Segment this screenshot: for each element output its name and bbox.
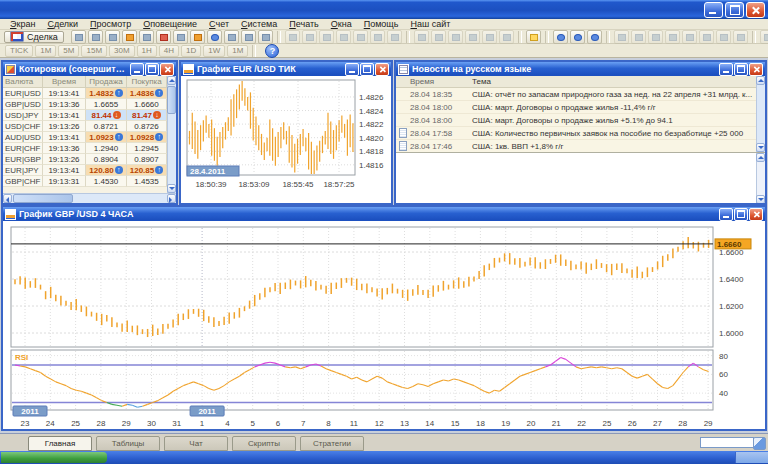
zoom-out-icon[interactable] — [587, 30, 602, 44]
angle-line-icon[interactable] — [699, 30, 714, 44]
scroll-thumb[interactable] — [167, 86, 176, 114]
profile-save-icon[interactable] — [353, 30, 368, 44]
news-minimize-button[interactable] — [719, 63, 733, 76]
profile-load-icon[interactable] — [370, 30, 385, 44]
menu-system[interactable]: Система — [235, 19, 283, 30]
quote-row-eurgbp[interactable]: EUR|GBP19:13:260.89040.8907 — [3, 154, 167, 165]
quote-row-eurchf[interactable]: EUR|CHF19:13:361.29401.2945 — [3, 143, 167, 154]
text-label-icon[interactable] — [733, 30, 748, 44]
help-icon[interactable]: ? — [265, 44, 279, 58]
menu-help[interactable]: Помощь — [358, 19, 405, 30]
scroll-down-button[interactable] — [756, 195, 765, 203]
regression-icon[interactable] — [716, 30, 731, 44]
news-row-2[interactable]: 28.04 18:00США: март. Договоры о продаже… — [396, 114, 756, 127]
copy-icon[interactable] — [448, 30, 463, 44]
percent-icon[interactable] — [105, 30, 120, 44]
alarm-icon[interactable] — [122, 30, 137, 44]
paste-icon[interactable] — [465, 30, 480, 44]
scroll-down-button[interactable] — [756, 143, 765, 152]
menu-view[interactable]: Просмотр — [84, 19, 137, 30]
quotes-column-header[interactable]: Валюта — [3, 76, 43, 88]
quotes-vertical-scrollbar[interactable] — [167, 76, 176, 193]
scroll-up-button[interactable] — [167, 76, 176, 85]
menu-print[interactable]: Печать — [283, 19, 324, 30]
quote-row-gbpusd[interactable]: GBP|USD19:13:361.66551.6660 — [3, 99, 167, 110]
main-minimize-button[interactable] — [719, 208, 733, 221]
quotes-horizontal-scrollbar[interactable] — [3, 193, 176, 203]
folder-open-icon[interactable] — [414, 30, 429, 44]
menu-deals[interactable]: Сделки — [41, 19, 84, 30]
tick-chart-canvas[interactable]: 18:50:3918:53:0918:55:4518:57:251.48261.… — [181, 76, 391, 203]
window-new-icon[interactable] — [285, 30, 300, 44]
news-column-time[interactable]: Время — [410, 77, 472, 86]
tab-scripts[interactable]: Скрипты — [232, 436, 296, 451]
order-book-icon[interactable] — [173, 30, 188, 44]
cut-icon[interactable] — [482, 30, 497, 44]
filter-icon[interactable] — [553, 30, 568, 44]
parallel-channel-icon[interactable] — [682, 30, 697, 44]
main-chart-canvas[interactable]: 2324252829303114567811121314151819202122… — [3, 221, 765, 429]
trendline-icon[interactable] — [665, 30, 680, 44]
scroll-up-button[interactable] — [756, 76, 765, 85]
undo-icon[interactable] — [499, 30, 514, 44]
scroll-thumb[interactable] — [13, 194, 73, 203]
tick-minimize-button[interactable] — [345, 63, 359, 76]
main-close-button[interactable] — [749, 208, 763, 221]
quotes-minimize-button[interactable] — [130, 63, 144, 76]
zoom-in-icon[interactable] — [570, 30, 585, 44]
tick-close-button[interactable] — [375, 63, 389, 76]
quotes-column-header[interactable]: Время — [43, 76, 86, 88]
timeframe-1d-7[interactable]: 1D — [181, 45, 201, 57]
main-maximize-button[interactable] — [734, 208, 748, 221]
scroll-up-button[interactable] — [756, 153, 765, 162]
menu-screen[interactable]: Экран — [4, 19, 41, 30]
quote-row-usdjpy[interactable]: USD|JPY19:13:4181.44↓81.47↓ — [3, 110, 167, 121]
settings-gear-icon[interactable] — [336, 30, 351, 44]
scroll-down-button[interactable] — [167, 184, 176, 193]
news-doc-icon[interactable] — [156, 30, 171, 44]
accounts-icon[interactable] — [258, 30, 273, 44]
menu-our-site[interactable]: Наш сайт — [404, 19, 456, 30]
main-chart-titlebar[interactable]: График GBP /USD 4 ЧАСА — [3, 207, 765, 221]
timeframe-1h-5[interactable]: 1H — [137, 45, 157, 57]
app-titlebar[interactable] — [0, 0, 768, 19]
app-maximize-button[interactable] — [725, 2, 744, 18]
save-icon[interactable] — [431, 30, 446, 44]
news-vertical-scrollbar[interactable] — [756, 76, 765, 152]
scroll-left-button[interactable] — [3, 194, 12, 203]
timeframe-5m-2[interactable]: 5M — [58, 45, 79, 57]
timeframe-4h-6[interactable]: 4H — [159, 45, 179, 57]
chart-style-bars-icon[interactable] — [760, 30, 768, 44]
printer-icon[interactable] — [224, 30, 239, 44]
send-command-button[interactable] — [753, 437, 766, 450]
timeframe-tick-0[interactable]: TICK — [5, 45, 33, 57]
tick-maximize-button[interactable] — [360, 63, 374, 76]
app-close-button[interactable] — [746, 2, 765, 18]
quote-row-usdchf[interactable]: USD|CHF19:13:260.87210.8726 — [3, 121, 167, 132]
news-row-1[interactable]: 28.04 18:00США: март. Договоры о продаже… — [396, 101, 756, 114]
quotes-column-header[interactable]: Продажа — [86, 76, 127, 88]
indicator-icon[interactable] — [207, 30, 222, 44]
menu-account[interactable]: Счет — [203, 19, 235, 30]
chart-object-icon[interactable] — [88, 30, 103, 44]
news-maximize-button[interactable] — [734, 63, 748, 76]
quotes-close-button[interactable] — [160, 63, 174, 76]
tab-chat[interactable]: Чат — [164, 436, 228, 451]
timeframe-1w-8[interactable]: 1W — [203, 45, 225, 57]
detail-vertical-scrollbar[interactable] — [756, 153, 765, 203]
currency-converter-icon[interactable] — [190, 30, 205, 44]
quote-row-gbpchf[interactable]: GBP|CHF19:13:311.45301.4535 — [3, 176, 167, 187]
quote-row-audusd[interactable]: AUD|USD19:13:411.0923↑1.0928↑ — [3, 132, 167, 143]
tick-chart-titlebar[interactable]: График EUR /USD ТИК — [181, 62, 391, 76]
lamp-icon[interactable] — [526, 30, 541, 44]
tab-main[interactable]: Главная — [28, 436, 92, 451]
menu-windows[interactable]: Окна — [325, 19, 358, 30]
deal-button[interactable]: Сделка — [4, 31, 64, 43]
timeframe-1m-9[interactable]: 1M — [227, 45, 248, 57]
news-detail-pane[interactable] — [396, 152, 765, 203]
window-cascade-icon[interactable] — [302, 30, 317, 44]
quotes-maximize-button[interactable] — [145, 63, 159, 76]
command-input[interactable] — [700, 437, 754, 448]
news-window-titlebar[interactable]: Новости на русском языке — [396, 62, 765, 76]
window-tile-icon[interactable] — [319, 30, 334, 44]
